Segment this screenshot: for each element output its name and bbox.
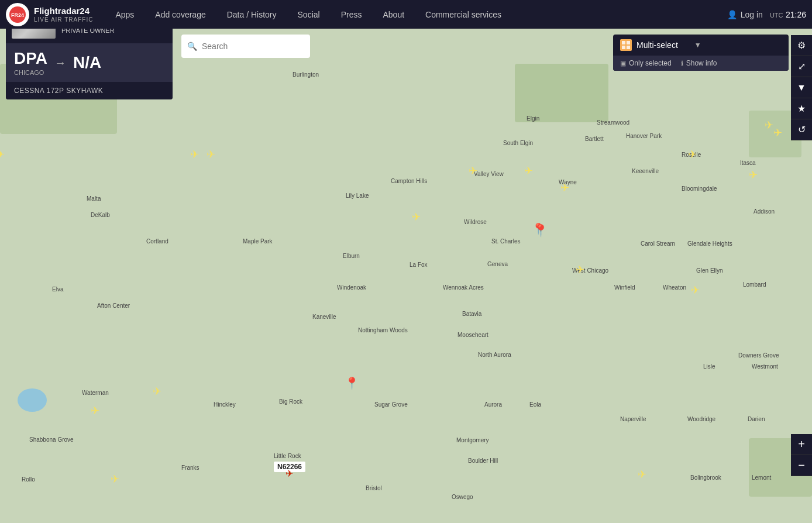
svg-text:FR24: FR24 [11, 12, 24, 18]
nav-item-data-history[interactable]: Data / History [216, 0, 287, 29]
plane-4[interactable]: ✈ [524, 164, 533, 177]
multi-select-header[interactable]: Multi-select ▼ [613, 35, 789, 56]
show-info-option[interactable]: ℹ Show info [681, 59, 717, 67]
search-input[interactable] [202, 42, 304, 51]
expand-button[interactable]: ⤢ [791, 56, 812, 77]
map-pin-1: 📍 [345, 376, 359, 390]
plane-8[interactable]: ✈ [749, 168, 758, 181]
plane-15[interactable]: ✈ [111, 473, 119, 486]
aircraft-type: CESSNA 172P SKYHAWK [6, 82, 173, 99]
info-icon: ℹ [681, 60, 683, 67]
plane-14[interactable]: ✈ [91, 404, 99, 417]
map-container[interactable]: 23 64 31 59 38 38 25 30 30 50 31 31 23 3… [0, 29, 812, 523]
nav-item-about[interactable]: About [372, 0, 415, 29]
top-navigation: FR24 Flightradar24 LIVE AIR TRAFFIC Apps… [0, 0, 812, 29]
utc-time: UTC 21:26 [770, 9, 806, 20]
refresh-button[interactable]: ↺ [791, 119, 812, 140]
only-selected-option[interactable]: ▣ Only selected [620, 59, 672, 67]
chevron-down-icon: ▼ [694, 41, 701, 49]
favorites-button[interactable]: ★ [791, 98, 812, 119]
plane-17[interactable]: ✈ [638, 468, 646, 481]
nav-right: 👤 Log in UTC 21:26 [727, 9, 806, 20]
route-arrow: → [54, 56, 66, 70]
nav-item-apps[interactable]: Apps [105, 0, 144, 29]
plane-10[interactable]: ✈ [773, 126, 782, 139]
multi-select-icon [620, 39, 632, 51]
map-pin-2: 📍 [534, 223, 548, 238]
user-icon: 👤 [727, 10, 737, 19]
multi-select-options: ▣ Only selected ℹ Show info [613, 56, 789, 71]
plane-16[interactable]: ✈ [153, 385, 161, 398]
origin: DPA CHICAGO [14, 49, 47, 76]
water-1 [18, 388, 47, 412]
green-area-preserve [515, 64, 608, 122]
nav-items: Apps Add coverage Data / History Social … [105, 0, 727, 29]
logo-icon: FR24 [6, 3, 29, 26]
plane-2[interactable]: ✈ [207, 148, 215, 161]
flight-route: DPA CHICAGO → N/A [6, 43, 173, 82]
nav-item-commercial[interactable]: Commercial services [415, 0, 512, 29]
filter-icon: ▣ [620, 60, 626, 67]
plane-9[interactable]: ✈ [765, 119, 773, 132]
svg-rect-83 [622, 46, 625, 49]
logo-text: Flightradar24 LIVE AIR TRAFFIC [34, 6, 93, 23]
zoom-in-button[interactable]: + [791, 434, 812, 455]
plane-11[interactable]: ✈ [691, 284, 700, 297]
multi-select-label: Multi-select [636, 40, 678, 50]
plane-1[interactable]: ✈ [190, 148, 199, 161]
nav-item-social[interactable]: Social [287, 0, 331, 29]
zoom-controls: + − [791, 434, 812, 476]
settings-button[interactable]: ⚙ [791, 35, 812, 56]
svg-rect-84 [627, 46, 630, 49]
search-bar[interactable]: 🔍 [181, 35, 310, 58]
map-terrain [0, 29, 812, 523]
plane-6[interactable]: ✈ [0, 148, 5, 161]
plane-12[interactable]: ✈ [576, 263, 584, 276]
svg-rect-82 [627, 41, 630, 44]
plane-3[interactable]: ✈ [469, 164, 477, 177]
logo[interactable]: FR24 Flightradar24 LIVE AIR TRAFFIC [6, 3, 93, 26]
right-toolbar: ⚙ ⤢ ▼ ★ ↺ [791, 35, 812, 140]
svg-rect-81 [622, 41, 625, 44]
zoom-out-button[interactable]: − [791, 455, 812, 476]
plane-5[interactable]: ✈ [560, 181, 569, 194]
search-icon: 🔍 [187, 42, 197, 51]
nav-item-add-coverage[interactable]: Add coverage [144, 0, 216, 29]
login-button[interactable]: 👤 Log in [727, 10, 763, 19]
filter-button[interactable]: ▼ [791, 77, 812, 98]
destination: N/A [73, 53, 101, 72]
plane-7[interactable]: ✈ [688, 148, 697, 161]
tracked-plane[interactable]: ✈ [285, 468, 293, 479]
multi-select-panel: Multi-select ▼ ▣ Only selected ℹ Show in… [613, 35, 789, 71]
nav-item-press[interactable]: Press [331, 0, 373, 29]
plane-13[interactable]: ✈ [412, 211, 421, 223]
